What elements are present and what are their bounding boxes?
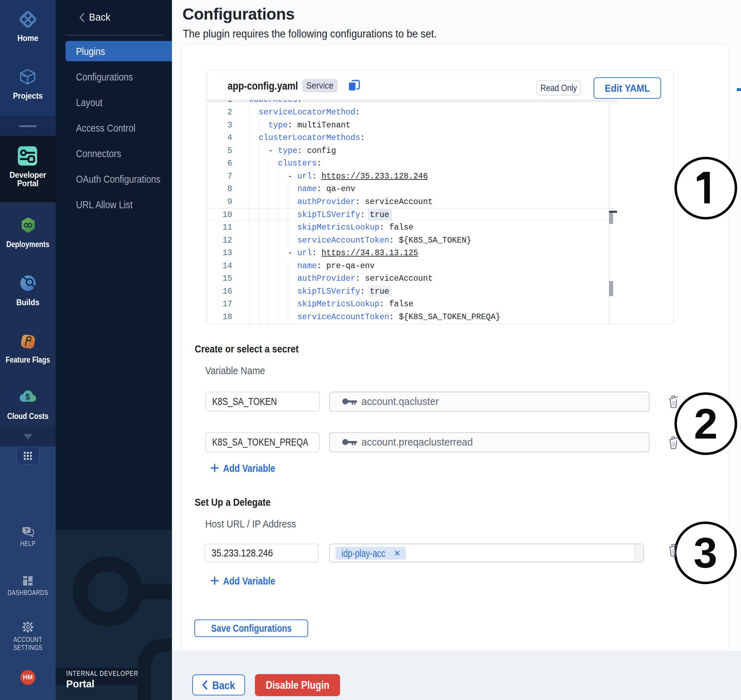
svg-text:$: $ — [25, 392, 30, 401]
svg-text:?: ? — [25, 528, 28, 533]
